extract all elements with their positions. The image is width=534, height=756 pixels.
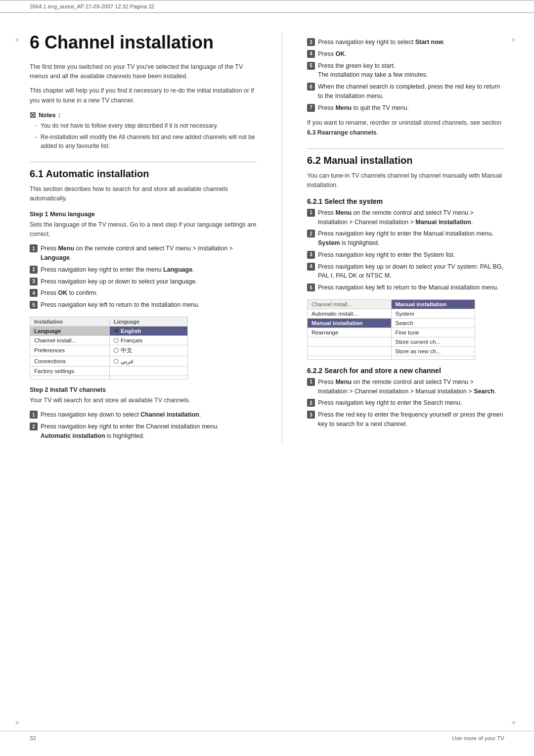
- manual-table-row: Rearrange Fine tune: [308, 328, 475, 337]
- s621-item-1: 1 Press Menu on the remote control and s…: [307, 208, 504, 227]
- step1-item-1: 1 Press Menu on the remote control and s…: [30, 244, 257, 263]
- s621-item-2: 2 Press navigation key right to enter th…: [307, 229, 504, 248]
- manual-cell-finetune: Fine tune: [391, 328, 475, 337]
- table-row: Connections عربي: [30, 356, 188, 366]
- step2-item-1: 1 Press navigation key down to select Ch…: [30, 410, 257, 420]
- step1-item-4: 4 Press OK to confirm.: [30, 288, 257, 298]
- radio-empty: [114, 348, 119, 353]
- footer-right-text: Use more of your TV: [452, 735, 504, 741]
- s622-item-1: 1 Press Menu on the remote control and s…: [307, 378, 504, 396]
- radio-empty: [114, 338, 119, 343]
- subsection-622-heading: 6.2.2 Search for and store a new channel: [307, 367, 504, 375]
- step1-heading: Step 1 Menu language: [30, 211, 257, 218]
- header-text: 2664.1 eng_aurea_AP 27-09-2007 12:32 Pag…: [30, 3, 154, 9]
- step2-item-2: 2 Press navigation key right to enter th…: [30, 422, 257, 441]
- manual-table-row: Store current ch...: [308, 337, 475, 346]
- section-61-heading: 6.1 Automatic installation: [30, 162, 257, 180]
- radio-empty: [114, 359, 119, 364]
- crosshair-tr: [511, 36, 519, 44]
- crosshair-tl: [15, 36, 23, 44]
- intro-p1: The first time you switched on your TV y…: [30, 62, 257, 82]
- manual-cell-manual: Manual installation: [308, 318, 392, 328]
- table-cell-factory: Factory settings: [30, 366, 110, 376]
- step2-item-3: 3 Press navigation key right to select S…: [307, 38, 504, 47]
- step2-item-5: 5 Press the green key to start.The insta…: [307, 61, 504, 80]
- step1-item-5: 5 Press navigation key left to return to…: [30, 300, 257, 310]
- step2-intro: Your TV will search for and store all av…: [30, 396, 257, 405]
- notes-title: ☒ Notes:: [30, 111, 257, 119]
- chapter-title: 6 Channel installation: [30, 33, 257, 52]
- table-cell-empty3: [110, 376, 188, 379]
- note-item-2: Re-installation will modify the All chan…: [37, 133, 257, 151]
- chapter-title-text: Channel installation: [44, 32, 214, 52]
- manual-table-row: Automatic install... System: [308, 309, 475, 318]
- table-row: Preferences 中文: [30, 345, 188, 356]
- manual-table-row: Manual installation Search: [308, 318, 475, 328]
- step2-item-7: 7 Press Menu to quit the TV menu.: [307, 103, 504, 113]
- manual-cell-auto: Automatic install...: [308, 309, 392, 318]
- manual-cell-store-new: Store as new ch...: [391, 346, 475, 356]
- step2-heading: Step 2 Install TV channels: [30, 386, 257, 393]
- footer: 32 Use more of your TV: [0, 731, 534, 741]
- table-cell-connections: Connections: [30, 356, 110, 366]
- section-61-intro: This section describes how to search for…: [30, 185, 257, 204]
- manual-cell-empty4: [391, 356, 475, 359]
- s621-item-3: 3 Press navigation key right to enter th…: [307, 250, 504, 260]
- main-content: 6 Channel installation The first time yo…: [0, 13, 534, 473]
- step1-list: 1 Press Menu on the remote control and s…: [30, 244, 257, 310]
- rearrange-note: If you want to rename, reorder or uninst…: [307, 118, 504, 138]
- page: 2664.1 eng_aurea_AP 27-09-2007 12:32 Pag…: [0, 0, 534, 756]
- intro-p2: This chapter will help you if you find i…: [30, 86, 257, 105]
- table-cell-francais: Français: [110, 335, 188, 345]
- table-cell-empty2: [30, 376, 110, 379]
- step2-item-4: 4 Press OK.: [307, 49, 504, 59]
- table-row: [30, 376, 188, 379]
- notes-label: Notes: [39, 112, 56, 119]
- footer-page-number: 32: [30, 735, 36, 741]
- step1-item-3: 3 Press navigation key up or down to sel…: [30, 277, 257, 286]
- note-item-1: You do not have to follow every step des…: [37, 121, 257, 131]
- table-cell-empty1: [110, 366, 188, 376]
- crosshair-bl: [15, 718, 23, 726]
- table-col2-header: Language: [110, 317, 188, 326]
- manual-table-header: Channel install... Manual installation: [308, 299, 475, 309]
- table-row: Channel install... Français: [30, 335, 188, 345]
- header-bar: 2664.1 eng_aurea_AP 27-09-2007 12:32 Pag…: [0, 0, 534, 13]
- section-62-intro: You can tune-in TV channels channel by c…: [307, 171, 504, 190]
- s621-item-5: 5 Press navigation key left to return to…: [307, 283, 504, 292]
- manual-cell-system: System: [391, 309, 475, 318]
- step1-item-2: 2 Press navigation key right to enter th…: [30, 265, 257, 275]
- step2-list: 1 Press navigation key down to select Ch…: [30, 410, 257, 440]
- manual-table-row: [308, 356, 475, 359]
- column-divider: [282, 33, 282, 444]
- table-cell-channel-install: Channel install...: [30, 335, 110, 345]
- table-cell-english: English: [110, 326, 188, 335]
- step2-item-6: 6 When the channel search is completed, …: [307, 82, 504, 101]
- table-cell-language: Language: [30, 326, 110, 335]
- step1-intro: Sets the language of the TV menus. Go to…: [30, 220, 257, 239]
- manual-cell-rearrange: Rearrange: [308, 328, 392, 337]
- crosshair-br: [511, 718, 519, 726]
- manual-col1-header: Channel install...: [308, 299, 392, 309]
- s621-item-4: 4 Press navigation key up or down to sel…: [307, 262, 504, 281]
- table-cell-preferences: Preferences: [30, 345, 110, 356]
- notes-list: You do not have to follow every step des…: [30, 121, 257, 151]
- table-cell-chinese: 中文: [110, 345, 188, 356]
- subsection-621-heading: 6.2.1 Select the system: [307, 197, 504, 205]
- left-column: 6 Channel installation The first time yo…: [30, 33, 257, 444]
- section-62-heading: 6.2 Manual installation: [307, 148, 504, 166]
- manual-table-row: Store as new ch...: [308, 346, 475, 356]
- manual-cell-store-current: Store current ch...: [391, 337, 475, 346]
- table-cell-arabic: عربي: [110, 356, 188, 366]
- manual-cell-empty3: [308, 356, 392, 359]
- manual-table: Channel install... Manual installation A…: [307, 299, 475, 360]
- table-row: Factory settings: [30, 366, 188, 376]
- table-row: Language English: [30, 326, 188, 335]
- notes-box: ☒ Notes: You do not have to follow every…: [30, 111, 257, 151]
- step2-cont-list: 3 Press navigation key right to select S…: [307, 38, 504, 112]
- table-header-row: Installation Language: [30, 317, 188, 326]
- table-col1-header: Installation: [30, 317, 110, 326]
- s622-item-2: 2 Press navigation key right to enter th…: [307, 398, 504, 408]
- manual-col2-header: Manual installation: [391, 299, 475, 309]
- chapter-number: 6: [30, 32, 40, 52]
